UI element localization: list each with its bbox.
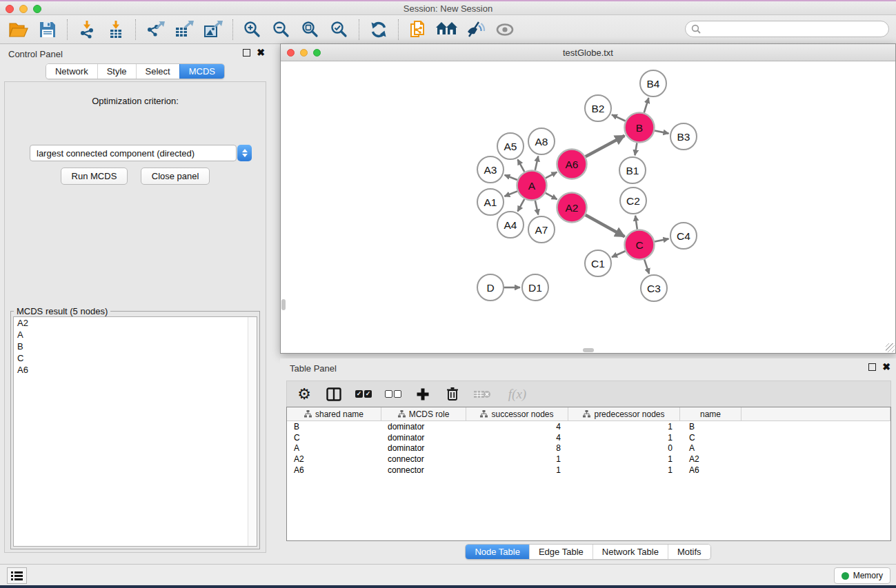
function-builder-button[interactable]: f(x) [503,385,532,403]
graph-edge-A6-B[interactable] [586,136,625,157]
graph-node-A4[interactable]: A4 [497,212,524,238]
export-network-button[interactable] [142,17,168,42]
close-panel-button[interactable]: Close panel [141,168,210,185]
dropdown-stepper-icon[interactable] [237,145,252,161]
graph-edge-A-A1[interactable] [504,191,517,196]
close-panel-icon[interactable]: ✖ [257,49,265,57]
graph-node-A3[interactable]: A3 [477,156,504,183]
table-cell[interactable]: 1 [568,465,680,475]
result-list-item[interactable]: A [14,329,257,341]
table-cell[interactable]: 1 [568,454,680,464]
table-cell[interactable]: B [680,422,741,432]
node-table[interactable]: shared nameMCDS rolesuccessor nodesprede… [286,407,891,541]
home-button[interactable] [434,17,459,42]
search-input[interactable] [704,24,883,34]
table-row[interactable]: Cdominator41C [287,432,890,443]
criterion-dropdown[interactable]: largest connected component (directed) [30,145,237,161]
column-header-shared-name[interactable]: shared name [287,407,381,420]
table-cell[interactable]: 1 [568,433,680,443]
table-cell[interactable]: dominator [381,443,466,453]
column-header-MCDS-role[interactable]: MCDS role [381,407,466,420]
column-header-name[interactable]: name [680,407,741,420]
table-cell[interactable]: A [680,443,741,453]
table-row[interactable]: Bdominator41B [287,421,890,432]
table-cell[interactable]: dominator [381,422,466,432]
table-cell[interactable]: A [287,443,381,453]
zoom-out-button[interactable] [268,17,294,42]
network-window-titlebar[interactable]: testGlobe.txt [281,44,895,61]
graph-node-A[interactable]: A [517,171,547,201]
table-cell[interactable]: C [287,433,381,443]
tab-edge-table[interactable]: Edge Table [529,545,593,559]
tab-style[interactable]: Style [97,64,136,79]
column-header-successor-nodes[interactable]: successor nodes [466,407,568,420]
graph-node-B3[interactable]: B3 [670,123,697,150]
table-cell[interactable]: B [287,422,381,432]
graph-node-A6[interactable]: A6 [557,150,587,179]
graph-edge-B-B1[interactable] [635,143,637,155]
graph-node-A8[interactable]: A8 [528,128,555,154]
graph-node-D[interactable]: D [477,274,504,301]
table-cell[interactable]: A6 [287,465,381,475]
result-list-scrollbar[interactable] [248,317,257,546]
memory-button[interactable]: Memory [834,567,890,584]
delete-table-button[interactable] [473,385,491,403]
network-vscroll-thumb[interactable] [281,299,286,310]
column-header-predecessor-nodes[interactable]: predecessor nodes [568,407,680,420]
graph-node-D1[interactable]: D1 [522,274,548,301]
tab-mcds[interactable]: MCDS [179,64,224,79]
result-list-item[interactable]: B [14,341,257,352]
table-cell[interactable]: A6 [680,465,741,475]
graph-node-B2[interactable]: B2 [585,95,611,121]
graph-node-C4[interactable]: C4 [670,223,697,249]
graph-edge-B-B2[interactable] [612,114,626,121]
graph-node-B4[interactable]: B4 [640,70,666,97]
graph-edge-A-A8[interactable] [535,156,538,170]
tab-node-table[interactable]: Node Table [466,545,529,559]
table-cell[interactable]: 4 [466,433,568,443]
export-table-button[interactable] [171,17,197,42]
select-all-button[interactable]: ✓✓ [355,385,372,403]
tab-network-table[interactable]: Network Table [593,545,668,559]
show-details-button[interactable] [492,17,517,42]
float-table-panel-icon[interactable] [868,363,876,371]
table-cell[interactable]: dominator [381,433,466,443]
open-session-button[interactable] [6,17,31,42]
network-canvas[interactable]: B4B2BB3A8A5A6A3B1AC2A1A2A4A7C4CC1C3DD1 [281,61,895,353]
add-column-button[interactable] [414,385,432,403]
graph-edge-A-A2[interactable] [546,193,557,199]
graph-node-A7[interactable]: A7 [528,216,555,243]
graph-edge-C-C3[interactable] [644,259,649,274]
graph-edge-B-B3[interactable] [655,130,668,133]
delete-column-button[interactable] [444,385,461,403]
run-mcds-button[interactable]: Run MCDS [61,168,128,185]
table-cell[interactable]: connector [381,465,466,475]
export-image-button[interactable] [200,17,226,42]
table-cell[interactable]: connector [381,454,466,464]
network-graph[interactable]: B4B2BB3A8A5A6A3B1AC2A1A2A4A7C4CC1C3DD1 [281,61,895,353]
hide-details-button[interactable] [463,17,488,42]
graph-node-A1[interactable]: A1 [477,189,504,215]
result-list-item[interactable]: A2 [14,317,257,329]
deselect-all-button[interactable] [384,385,402,403]
table-cell[interactable]: 1 [466,465,568,475]
graph-node-A5[interactable]: A5 [497,133,524,159]
table-cell[interactable]: 1 [568,422,680,432]
table-row[interactable]: Adominator80A [287,443,890,454]
table-cell[interactable]: 0 [568,443,680,453]
graph-edge-A-A6[interactable] [546,172,557,179]
close-table-panel-icon[interactable]: ✖ [882,363,890,371]
result-list-item[interactable]: C [14,352,257,364]
graph-edge-A2-C[interactable] [586,215,625,236]
table-cell[interactable]: C [680,433,741,443]
table-row[interactable]: A6connector11A6 [287,465,890,476]
search-field[interactable] [685,21,889,37]
graph-node-B[interactable]: B [625,113,655,143]
import-network-button[interactable] [74,17,99,42]
show-columns-button[interactable] [325,385,343,403]
result-list-item[interactable]: A6 [14,364,257,376]
graph-edge-B-B4[interactable] [644,98,649,113]
graph-node-B1[interactable]: B1 [619,157,646,183]
graph-edge-C-C2[interactable] [635,216,637,230]
mcds-result-list[interactable]: A2ABCA6 [13,316,257,547]
